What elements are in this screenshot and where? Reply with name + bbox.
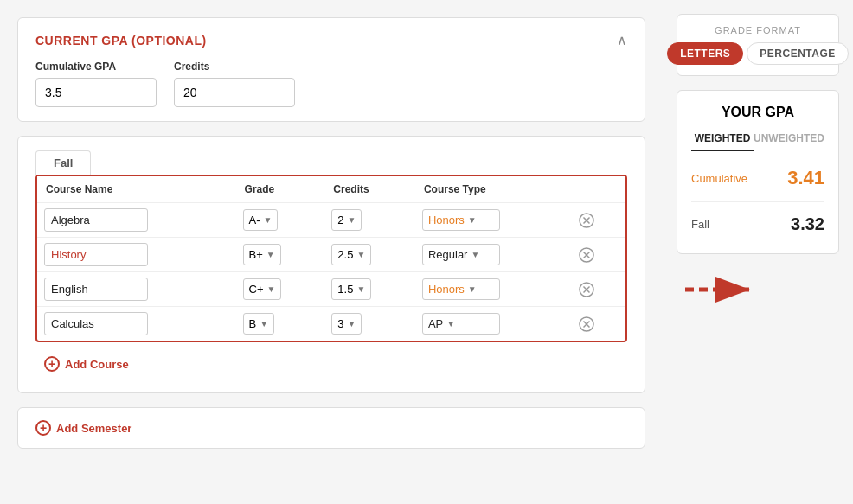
course-type-select-2[interactable]: Honors ▼: [422, 278, 500, 300]
credits-chevron-2: ▼: [356, 284, 365, 294]
credits-select-wrapper-2[interactable]: 1.5 ▼: [331, 278, 371, 300]
credits-value-2: 1.5: [337, 283, 353, 296]
course-type-chevron-3: ▼: [446, 319, 455, 329]
course-type-value-2: Honors: [428, 283, 465, 296]
credits-value-3: 3: [337, 317, 343, 330]
add-semester-section: + Add Semester: [17, 407, 645, 449]
gpa-fall-row: Fall 3.32: [691, 209, 824, 239]
course-type-select-1[interactable]: Regular ▼: [422, 244, 500, 265]
course-type-cell-0: Honors ▼: [415, 203, 570, 238]
course-grade-cell-1: B+ ▼: [236, 238, 325, 272]
add-course-button[interactable]: + Add Course: [35, 349, 138, 379]
gpa-cumulative-row: Cumulative 3.41: [691, 162, 824, 195]
course-table-wrapper: Course Name Grade Credits Course Type A-…: [35, 175, 627, 342]
course-name-input-3[interactable]: [44, 312, 148, 335]
grade-select-wrapper-1[interactable]: B+ ▼: [243, 244, 281, 265]
grade-chevron-2: ▼: [267, 284, 276, 294]
course-credits-cell-3: 3 ▼: [324, 307, 415, 341]
cumulative-gpa-row-value: 3.41: [787, 167, 824, 189]
course-table: Course Name Grade Credits Course Type A-…: [37, 176, 625, 341]
collapse-icon[interactable]: ∧: [617, 32, 627, 48]
table-row: B+ ▼ 2.5 ▼ Regular ▼: [37, 238, 625, 272]
percentage-button[interactable]: PERCENTAGE: [747, 42, 848, 65]
remove-cell-2: [570, 272, 625, 307]
your-gpa-title: YOUR GPA: [691, 105, 824, 120]
credits-select-wrapper-1[interactable]: 2.5 ▼: [331, 244, 371, 265]
grade-chevron-3: ▼: [260, 319, 268, 329]
grade-chevron-1: ▼: [266, 250, 275, 259]
course-type-value-1: Regular: [428, 248, 468, 261]
course-name-cell-0: [37, 203, 236, 238]
col-header-credits: Credits: [324, 176, 415, 203]
credits-chevron-0: ▼: [348, 215, 356, 225]
semester-card: Fall Course Name Grade Credits Course Ty…: [17, 136, 645, 393]
grade-select-wrapper-3[interactable]: B ▼: [243, 313, 275, 335]
fall-gpa-row-label: Fall: [691, 218, 709, 231]
col-header-type: Course Type: [415, 176, 570, 203]
course-type-value-0: Honors: [428, 214, 465, 226]
course-credits-cell-0: 2 ▼: [324, 203, 415, 238]
course-credits-cell-2: 1.5 ▼: [324, 272, 415, 307]
gpa-divider: [691, 201, 824, 202]
semester-header-row: Fall: [35, 150, 627, 175]
credits-select-wrapper-0[interactable]: 2 ▼: [331, 209, 362, 231]
remove-icon-3: [579, 316, 594, 332]
credits-input[interactable]: [174, 78, 295, 107]
cumulative-gpa-group: Cumulative GPA: [35, 61, 157, 107]
current-gpa-card: CURRENT GPA (OPTIONAL) ∧ Cumulative GPA …: [17, 17, 645, 122]
current-gpa-title: CURRENT GPA (OPTIONAL): [35, 34, 207, 48]
add-course-label: Add Course: [65, 358, 129, 371]
cumulative-gpa-input[interactable]: [35, 78, 157, 107]
remove-course-button-1[interactable]: [577, 246, 596, 265]
add-course-icon: +: [44, 356, 60, 372]
grade-select-wrapper-0[interactable]: A- ▼: [243, 209, 279, 231]
letters-button[interactable]: LETTERS: [667, 42, 743, 65]
grade-value-2: C+: [249, 283, 264, 296]
cumulative-gpa-row-label: Cumulative: [691, 172, 747, 185]
grade-select-wrapper-2[interactable]: C+ ▼: [243, 278, 282, 300]
credits-value-0: 2: [337, 214, 343, 226]
grade-value-3: B: [249, 317, 257, 330]
course-type-select-3[interactable]: AP ▼: [422, 313, 500, 335]
remove-course-button-3[interactable]: [577, 315, 596, 334]
grade-value-0: A-: [249, 214, 260, 226]
course-type-cell-2: Honors ▼: [415, 272, 570, 307]
fall-gpa-row-value: 3.32: [791, 214, 824, 234]
table-header-row: Course Name Grade Credits Course Type: [37, 176, 625, 203]
main-panel: CURRENT GPA (OPTIONAL) ∧ Cumulative GPA …: [0, 0, 663, 504]
credits-select-wrapper-3[interactable]: 3 ▼: [331, 313, 362, 335]
semester-tab-fall[interactable]: Fall: [35, 150, 91, 175]
course-name-input-0[interactable]: [44, 208, 148, 232]
remove-icon-1: [579, 247, 594, 263]
course-name-input-2[interactable]: [44, 278, 148, 301]
col-header-grade: Grade: [236, 176, 325, 203]
current-gpa-header: CURRENT GPA (OPTIONAL) ∧: [35, 32, 627, 48]
tab-weighted[interactable]: WEIGHTED: [691, 132, 754, 151]
arrow-decoration: [677, 268, 763, 311]
remove-cell-0: [570, 203, 625, 238]
table-row: B ▼ 3 ▼ AP ▼: [37, 307, 625, 341]
credits-group: Credits: [174, 61, 295, 107]
course-type-cell-3: AP ▼: [415, 307, 570, 341]
course-grade-cell-2: C+ ▼: [236, 272, 325, 307]
remove-course-button-0[interactable]: [577, 211, 596, 230]
course-grade-cell-3: B ▼: [236, 307, 325, 341]
course-type-chevron-2: ▼: [468, 284, 477, 294]
add-semester-button[interactable]: + Add Semester: [35, 420, 131, 436]
course-type-select-0[interactable]: Honors ▼: [422, 209, 500, 231]
remove-cell-3: [570, 307, 625, 341]
grade-chevron-0: ▼: [264, 215, 273, 225]
course-name-input-1[interactable]: [44, 243, 148, 266]
course-type-value-3: AP: [428, 317, 443, 330]
course-name-cell-3: [37, 307, 236, 341]
tab-unweighted[interactable]: UNWEIGHTED: [754, 132, 824, 151]
credits-chevron-1: ▼: [356, 250, 365, 259]
course-credits-cell-1: 2.5 ▼: [324, 238, 415, 272]
add-semester-icon: +: [35, 420, 51, 436]
credits-label: Credits: [174, 61, 295, 73]
col-header-remove: [570, 176, 625, 203]
arrow-area: [677, 268, 839, 315]
remove-course-button-2[interactable]: [577, 280, 596, 299]
remove-icon-0: [579, 213, 594, 228]
course-type-cell-1: Regular ▼: [415, 238, 570, 272]
